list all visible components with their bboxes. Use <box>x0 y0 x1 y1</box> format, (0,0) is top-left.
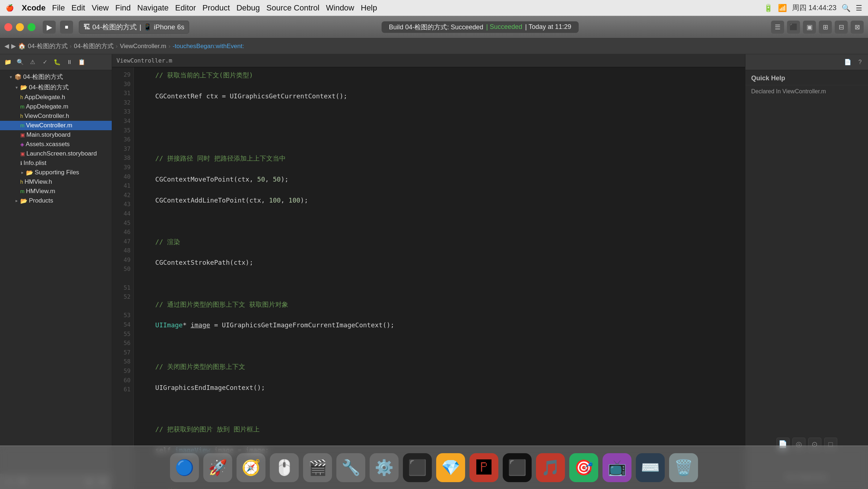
quick-help-icon[interactable]: ? <box>855 57 865 67</box>
right-content: 📄 ◎ ⊙ □ No Matches <box>745 98 868 489</box>
menu-help[interactable]: Help <box>361 3 377 13</box>
menu-xcode[interactable]: Xcode <box>22 3 46 13</box>
file-appdelegate-m[interactable]: m AppDelegate.m <box>0 102 112 111</box>
spotlight-icon[interactable]: 🔍 <box>842 4 851 12</box>
hmview-m-label: HMView.m <box>26 188 55 195</box>
dock-terminal[interactable]: ⬛ <box>403 453 432 482</box>
dock-app4[interactable]: 🎯 <box>569 453 598 482</box>
plist-icon: ℹ <box>20 160 22 166</box>
menu-edit[interactable]: Edit <box>71 3 85 13</box>
menu-find[interactable]: Find <box>115 3 131 13</box>
file-appdelegate-h[interactable]: h AppDelegate.h <box>0 93 112 102</box>
products-folder-icon: 📂 <box>20 197 27 204</box>
supporting-folder-icon: 📂 <box>26 169 33 176</box>
code-content[interactable]: // 获取当前的上下文(图片类型) CGContextRef ctx = UIG… <box>134 67 745 489</box>
code-scroll-area[interactable]: 29 30 31 32 33 34 35 36 37 38 39 40 41 4… <box>112 67 745 489</box>
dock-app1[interactable]: 🅿 <box>469 453 498 482</box>
nav-test-icon[interactable]: ✓ <box>40 57 50 67</box>
xcassets-icon: ◈ <box>20 141 24 147</box>
code-header: ViewController.m <box>112 54 745 67</box>
menu-product[interactable]: Product <box>203 3 230 13</box>
breadcrumb-1[interactable]: 04-检图的方式 <box>28 42 68 50</box>
tree-root[interactable]: ▾ 📦 04-检图的方式 <box>0 72 112 82</box>
nav-report-icon[interactable]: 📋 <box>77 57 87 67</box>
nav-warning-icon[interactable]: ⚠ <box>27 57 38 67</box>
nav-folder-icon[interactable]: 📁 <box>3 57 13 67</box>
clock: 周四 14:44:23 <box>792 3 837 13</box>
debug-toggle[interactable]: ⬛ <box>787 21 800 34</box>
back-button[interactable]: ◀ <box>4 42 9 50</box>
nav-debug-icon[interactable]: 🐛 <box>52 57 62 67</box>
dock-quicktime[interactable]: 🎬 <box>303 453 332 482</box>
dock-app2[interactable]: ⬛ <box>503 453 532 482</box>
navigator-toggle[interactable]: ☰ <box>771 21 784 34</box>
stop-button[interactable]: ■ <box>60 21 73 34</box>
inspector-toggle[interactable]: ▣ <box>803 21 816 34</box>
breadcrumb: ◀ ▶ 🏠 04-检图的方式 › 04-检图的方式 › ViewControll… <box>0 38 868 54</box>
code-editor[interactable]: ViewController.m 29 30 31 32 33 34 35 36… <box>112 54 745 489</box>
declared-in-label: Declared In <box>751 88 781 94</box>
m-icon-1: m <box>20 104 25 110</box>
minimize-button[interactable] <box>16 23 24 31</box>
menu-navigate[interactable]: Navigate <box>137 3 169 13</box>
close-button[interactable] <box>4 23 12 31</box>
file-navigator: 📁 🔍 ⚠ ✓ 🐛 ⏸ 📋 ▾ 📦 04-检图的方式 ▾ 📂 04-检图的方式 <box>0 54 112 489</box>
menu-editor[interactable]: Editor <box>175 3 196 13</box>
dock-app3[interactable]: 🎵 <box>536 453 565 482</box>
breadcrumb-3[interactable]: ViewController.m <box>120 43 166 50</box>
dock-trash[interactable]: 🗑️ <box>669 453 698 482</box>
file-hmview-m[interactable]: m HMView.m <box>0 187 112 196</box>
dock-utilities[interactable]: 🔧 <box>336 453 365 482</box>
toolbar-right: ☰ ⬛ ▣ ⊞ ⊟ ⊠ <box>771 21 864 34</box>
appdelegate-m-label: AppDelegate.m <box>26 103 68 110</box>
file-launch-storyboard[interactable]: ▣ LaunchScreen.storyboard <box>0 149 112 158</box>
menu-window[interactable]: Window <box>326 3 354 13</box>
disclosure-root: ▾ <box>9 75 13 80</box>
layout-toggle-2[interactable]: ⊟ <box>835 21 848 34</box>
file-hmview-h[interactable]: h HMView.h <box>0 177 112 187</box>
battery-icon: 🔋 <box>764 4 773 12</box>
dock-app5[interactable]: 📺 <box>603 453 631 482</box>
scheme-selector[interactable]: 🏗 04-检图的方式 | 📱 iPhone 6s <box>79 21 189 34</box>
supporting-files-label: Supporting Files <box>35 169 79 176</box>
dock-systemprefs[interactable]: ⚙️ <box>370 453 399 482</box>
dock-finder[interactable]: 🔵 <box>170 453 199 482</box>
apple-menu[interactable]: 🍎 <box>6 4 14 12</box>
nav-breakpoint-icon[interactable]: ⏸ <box>64 57 75 67</box>
dock-launchpad[interactable]: 🚀 <box>203 453 232 482</box>
nav-search-icon[interactable]: 🔍 <box>15 57 25 67</box>
file-viewcontroller-m[interactable]: m ViewController.m <box>0 121 112 130</box>
breadcrumb-2[interactable]: 04-检图的方式 <box>74 42 114 50</box>
declared-file: ViewController.m <box>782 88 826 94</box>
file-info-plist[interactable]: ℹ Info.plist <box>0 158 112 168</box>
products-folder[interactable]: ▸ 📂 Products <box>0 196 112 205</box>
dock-safari[interactable]: 🧭 <box>237 453 265 482</box>
menu-file[interactable]: File <box>52 3 65 13</box>
m-icon-3: m <box>20 188 25 194</box>
menu-source-control[interactable]: Source Control <box>267 3 320 13</box>
traffic-lights <box>4 23 35 31</box>
run-button[interactable]: ▶ <box>43 21 56 34</box>
forward-button[interactable]: ▶ <box>11 42 16 50</box>
maximize-button[interactable] <box>27 23 35 31</box>
quick-help-header: Quick Help <box>745 70 868 85</box>
breadcrumb-4[interactable]: -touchesBegan:withEvent: <box>173 43 244 50</box>
appdelegate-h-label: AppDelegate.h <box>25 94 65 101</box>
file-main-storyboard[interactable]: ▣ Main.storyboard <box>0 130 112 140</box>
file-assets[interactable]: ◈ Assets.xcassets <box>0 140 112 149</box>
file-inspector-icon[interactable]: 📄 <box>843 57 853 67</box>
file-viewcontroller-h[interactable]: h ViewController.h <box>0 111 112 121</box>
right-panel-toolbar: 📄 ? <box>745 54 868 70</box>
dock-mouse[interactable]: 🖱️ <box>270 453 299 482</box>
layout-toggle-1[interactable]: ⊞ <box>819 21 832 34</box>
dock-sketch[interactable]: 💎 <box>436 453 465 482</box>
wifi-icon: 📶 <box>778 4 787 12</box>
menu-debug[interactable]: Debug <box>237 3 260 13</box>
dock-keyboard[interactable]: ⌨️ <box>636 453 665 482</box>
layout-toggle-3[interactable]: ⊠ <box>851 21 864 34</box>
menu-view[interactable]: View <box>92 3 109 13</box>
supporting-files-folder[interactable]: ▸ 📂 Supporting Files <box>0 168 112 177</box>
notification-icon[interactable]: ☰ <box>856 4 862 12</box>
assets-label: Assets.xcassets <box>26 141 70 148</box>
tree-subfolder[interactable]: ▾ 📂 04-检图的方式 <box>0 82 112 93</box>
